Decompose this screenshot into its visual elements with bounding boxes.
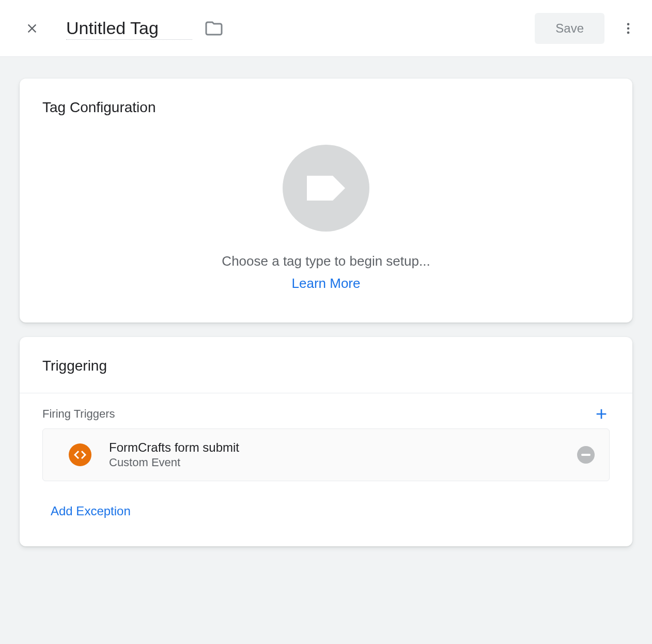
tag-configuration-title: Tag Configuration bbox=[20, 79, 632, 116]
trigger-name: FormCrafts form submit bbox=[109, 440, 577, 455]
tag-type-placeholder-icon bbox=[283, 145, 369, 232]
trigger-item[interactable]: FormCrafts form submit Custom Event bbox=[42, 428, 610, 481]
folder-icon[interactable] bbox=[205, 19, 223, 38]
firing-triggers-section: Firing Triggers FormCrafts form submit C… bbox=[20, 393, 632, 481]
triggering-title: Triggering bbox=[20, 337, 632, 393]
svg-point-2 bbox=[627, 31, 630, 34]
more-menu-icon[interactable] bbox=[621, 21, 635, 36]
svg-point-0 bbox=[627, 23, 630, 25]
add-exception-button[interactable]: Add Exception bbox=[20, 481, 632, 546]
tag-configuration-card: Tag Configuration Choose a tag type to b… bbox=[20, 79, 632, 323]
save-button[interactable]: Save bbox=[535, 13, 604, 44]
trigger-type: Custom Event bbox=[109, 456, 577, 469]
close-icon[interactable] bbox=[25, 21, 39, 36]
setup-prompt-text: Choose a tag type to begin setup... bbox=[222, 253, 430, 269]
remove-trigger-icon[interactable] bbox=[577, 446, 595, 464]
svg-rect-3 bbox=[581, 454, 591, 456]
tag-configuration-body[interactable]: Choose a tag type to begin setup... Lear… bbox=[20, 116, 632, 323]
firing-triggers-label: Firing Triggers bbox=[42, 407, 115, 421]
content: Tag Configuration Choose a tag type to b… bbox=[0, 57, 652, 582]
header: Save bbox=[0, 0, 652, 57]
tag-title-input[interactable] bbox=[66, 17, 192, 40]
triggering-card: Triggering Firing Triggers FormCrafts fo… bbox=[20, 337, 632, 546]
learn-more-link[interactable]: Learn More bbox=[292, 275, 361, 292]
svg-point-1 bbox=[627, 27, 630, 29]
custom-event-icon bbox=[69, 443, 91, 466]
add-trigger-icon[interactable] bbox=[593, 406, 610, 422]
